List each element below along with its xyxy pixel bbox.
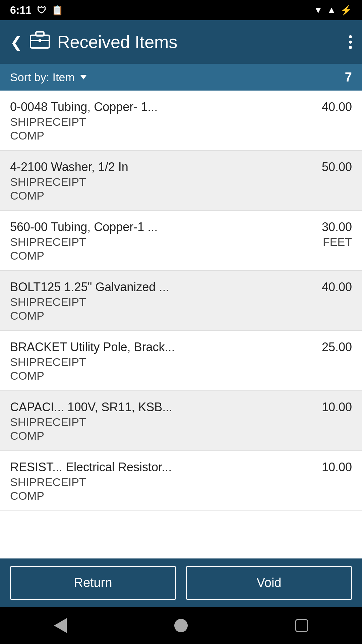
item-type: SHIPRECEIPT (10, 476, 86, 489)
item-code-name: 0-0048 Tubing, Copper- 1... (10, 100, 158, 114)
item-type: SHIPRECEIPT (10, 115, 86, 128)
item-qty: 40.00 (308, 280, 352, 294)
item-type: SHIPRECEIPT (10, 296, 86, 309)
item-qty: 10.00 (308, 400, 352, 414)
item-count: 7 (345, 70, 352, 85)
bottom-bar: Return Void (0, 558, 362, 607)
wifi-icon: ▼ (314, 5, 323, 15)
nav-bar (0, 607, 362, 644)
list-item[interactable]: CAPACI... 100V, SR11, KSB...10.00SHIPREC… (0, 391, 362, 451)
signal-icon: ▲ (327, 5, 336, 15)
item-qty: 40.00 (308, 100, 352, 114)
item-code-name: 4-2100 Washer, 1/2 In (10, 160, 128, 174)
item-code-name: RESIST... Electrical Resistor... (10, 460, 172, 474)
list-item[interactable]: 4-2100 Washer, 1/2 In50.00SHIPRECEIPTCOM… (0, 151, 362, 211)
status-bar: 6:11 🛡 📋 ▼ ▲ ⚡ (0, 0, 362, 20)
list-item[interactable]: 0-0048 Tubing, Copper- 1...40.00SHIPRECE… (0, 91, 362, 151)
svg-rect-1 (36, 32, 44, 36)
item-qty: 30.00 (308, 220, 352, 234)
item-status: COMP (10, 309, 352, 322)
item-type: SHIPRECEIPT (10, 235, 86, 249)
item-code-name: BRACKET Utility Pole, Brack... (10, 340, 175, 354)
item-code-name: 560-00 Tubing, Copper-1 ... (10, 220, 158, 234)
overflow-menu-button[interactable] (349, 35, 352, 49)
item-status: COMP (10, 129, 352, 142)
briefcase-icon (29, 31, 51, 53)
item-qty: 25.00 (308, 340, 352, 354)
item-status: COMP (10, 489, 352, 502)
return-button[interactable]: Return (10, 566, 176, 600)
page-title: Received Items (57, 32, 177, 52)
battery-icon: ⚡ (340, 5, 352, 16)
item-type: SHIPRECEIPT (10, 175, 86, 189)
svg-rect-3 (39, 39, 41, 42)
void-button[interactable]: Void (186, 566, 352, 600)
item-type: SHIPRECEIPT (10, 356, 86, 369)
list-item[interactable]: BOLT125 1.25" Galvanized ...40.00SHIPREC… (0, 271, 362, 331)
list-item[interactable]: BRACKET Utility Pole, Brack...25.00SHIPR… (0, 331, 362, 391)
item-type: SHIPRECEIPT (10, 416, 86, 429)
sort-label[interactable]: Sort by: Item (10, 71, 87, 84)
nav-home-button[interactable] (174, 619, 188, 632)
nav-recents-button[interactable] (295, 619, 308, 632)
item-status: COMP (10, 369, 352, 382)
back-icon[interactable]: ❮ (10, 34, 22, 51)
item-qty: 50.00 (308, 160, 352, 174)
item-code-name: CAPACI... 100V, SR11, KSB... (10, 400, 172, 414)
item-code-name: BOLT125 1.25" Galvanized ... (10, 280, 169, 294)
item-status: COMP (10, 429, 352, 442)
app-bar: ❮ Received Items (0, 20, 362, 64)
sort-bar[interactable]: Sort by: Item 7 (0, 64, 362, 91)
item-status: COMP (10, 189, 352, 202)
item-qty: 10.00 (308, 460, 352, 474)
status-time: 6:11 (10, 4, 32, 16)
item-status: COMP (10, 249, 352, 262)
shield-icon: 🛡 (37, 5, 46, 16)
list-item[interactable]: 560-00 Tubing, Copper-1 ...30.00SHIPRECE… (0, 211, 362, 271)
sort-arrow-icon (80, 75, 87, 79)
list-item[interactable]: RESIST... Electrical Resistor...10.00SHI… (0, 451, 362, 511)
items-list: 0-0048 Tubing, Copper- 1...40.00SHIPRECE… (0, 91, 362, 558)
nav-back-button[interactable] (54, 618, 67, 633)
item-unit: FEET (323, 235, 352, 249)
clipboard-icon: 📋 (52, 5, 63, 16)
